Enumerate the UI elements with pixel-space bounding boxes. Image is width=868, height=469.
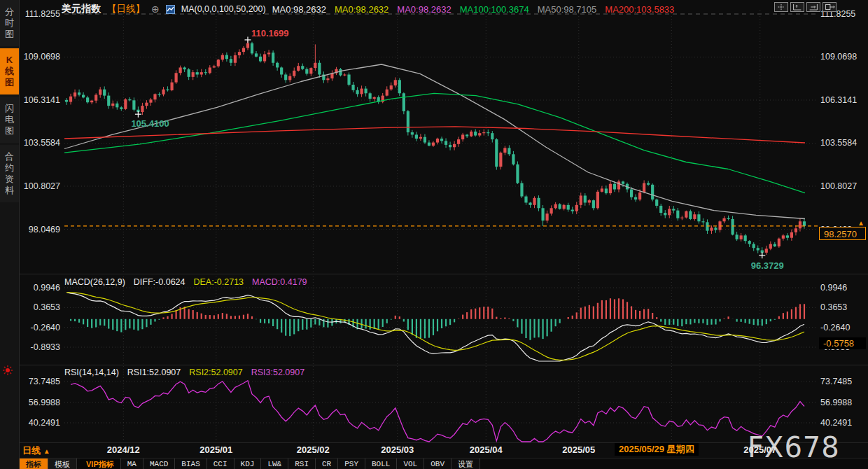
y-axis-label: 111.8255 bbox=[18, 9, 60, 19]
ma-legend-icon[interactable] bbox=[166, 5, 175, 14]
add-indicator-icon[interactable]: ⊕ bbox=[151, 4, 160, 15]
toolbar-button[interactable]: KDJ bbox=[234, 458, 262, 469]
x-tick-label: 2025/04 bbox=[461, 444, 511, 455]
toolbar-button[interactable]: 设置 bbox=[451, 458, 480, 469]
y-axis-label: -0.2640 bbox=[820, 323, 850, 332]
macd-panel-header: MACD(26,12,9) DIFF:-0.0624DEA:-0.2713MAC… bbox=[64, 277, 307, 287]
period-tag: 【日线】 bbox=[107, 3, 145, 15]
ma-value-label: MA0:98.2632 bbox=[335, 4, 388, 15]
chart-header: 美元指数 【日线】 ⊕ MA(0,0,0,100,50,200) MA0:98.… bbox=[62, 3, 674, 15]
toolbar-button[interactable]: BOLL bbox=[365, 458, 397, 469]
y-axis-label: 100.8027 bbox=[18, 181, 60, 191]
rsi-panel-header: RSI(14,14,14) RSI1:52.0907RSI2:52.0907RS… bbox=[64, 368, 304, 377]
chart-application: 分 时 图K 线 图闪 电 图合 约 资 料 美元指数 【日线】 ⊕ MA(0,… bbox=[0, 0, 868, 469]
y-axis-label: 40.2491 bbox=[820, 418, 852, 428]
y-axis-label: 106.3141 bbox=[18, 95, 60, 105]
ma-values: MA0:98.2632MA0:98.2632MA0:98.2632MA100:1… bbox=[272, 4, 675, 15]
ma-settings-label: MA(0,0,0,100,50,200) bbox=[181, 4, 266, 14]
y-axis-label: 98.0469 bbox=[18, 225, 60, 234]
ma-value-label: MA0:98.2632 bbox=[272, 4, 326, 15]
drag-mode-icon[interactable] bbox=[774, 2, 788, 12]
macd-value-label: DEA:-0.2713 bbox=[193, 277, 244, 287]
extreme-price-label: 105.4100 bbox=[131, 118, 169, 129]
indicator-toolbar: 指标模板VIP指标MAMACDBIASCCIKDJLW&RSICRPSYBOLL… bbox=[20, 458, 868, 469]
live-indicator-icon bbox=[2, 365, 13, 376]
x-tick-label: 2025/01 bbox=[191, 444, 241, 455]
y-axis-label: 73.7485 bbox=[820, 377, 852, 386]
y-axis-label: -0.2640 bbox=[18, 323, 60, 332]
toolbar-button[interactable]: OBV bbox=[424, 458, 451, 469]
toolbar-button[interactable]: CR bbox=[316, 458, 338, 469]
y-axis-label: 106.3141 bbox=[820, 95, 857, 105]
chart-toolbar-icons bbox=[774, 2, 836, 12]
y-axis-label: 0.3653 bbox=[820, 302, 847, 312]
dropdown-arrow-icon: ▲ bbox=[43, 447, 50, 455]
y-axis-label: -0.8933 bbox=[18, 342, 60, 352]
ma-value-label: MA200:103.5833 bbox=[605, 4, 674, 15]
toolbar-button[interactable]: VOL bbox=[397, 458, 424, 469]
y-axis-label: 100.8027 bbox=[820, 181, 857, 191]
ma-value-label: MA0:98.2632 bbox=[397, 4, 451, 15]
x-tick-label: 2025/03 bbox=[372, 444, 423, 455]
y-axis-label: 0.9946 bbox=[820, 283, 847, 293]
macd-current-value-badge: -0.5758 bbox=[819, 337, 866, 349]
toolbar-button[interactable]: PSY bbox=[338, 458, 365, 469]
rsi-value-label: RSI2:52.0907 bbox=[189, 368, 242, 377]
current-price-badge: 98.2570 bbox=[819, 227, 866, 240]
macd-value-label: MACD:0.4179 bbox=[252, 277, 307, 287]
rsi-value-label: RSI1:52.0907 bbox=[127, 368, 181, 377]
rsi-value-label: RSI3:52.0907 bbox=[251, 368, 304, 377]
toolbar-button[interactable]: VIP指标 bbox=[80, 458, 121, 469]
macd-title: MACD(26,12,9) bbox=[64, 277, 125, 287]
watermark: FX678 bbox=[748, 431, 840, 463]
extreme-price-label: 96.3729 bbox=[751, 260, 784, 271]
y-axis-label: 56.9988 bbox=[18, 398, 60, 407]
y-axis-label: 0.3653 bbox=[18, 302, 60, 312]
toolbar-button[interactable]: CCI bbox=[207, 458, 234, 469]
toolbar-button[interactable]: RSI bbox=[288, 458, 316, 469]
toolbar-button[interactable]: 指标 bbox=[20, 458, 48, 469]
toolbar-button[interactable]: LW& bbox=[261, 458, 288, 469]
y-axis-label: 56.9988 bbox=[820, 398, 852, 407]
price-up-arrow-icon: ▲ bbox=[858, 219, 864, 227]
y-axis-label: 40.2491 bbox=[18, 418, 60, 428]
toolbar-button[interactable]: MACD bbox=[144, 458, 175, 469]
shift-right-icon[interactable] bbox=[806, 2, 820, 12]
y-axis-label: 109.0698 bbox=[820, 52, 857, 62]
y-axis-label: 103.5584 bbox=[18, 138, 60, 148]
x-tick-label: 2024/12 bbox=[98, 444, 148, 455]
period-selector[interactable]: 日线 ▲ bbox=[22, 444, 50, 457]
y-axis-label: 109.0698 bbox=[18, 52, 60, 62]
ma-value-label: MA100:100.3674 bbox=[460, 4, 529, 15]
x-tick-label: 2025/02 bbox=[288, 444, 338, 455]
chart-canvas[interactable] bbox=[0, 0, 868, 469]
y-axis-label: 0.9946 bbox=[18, 283, 60, 293]
instrument-title: 美元指数 bbox=[62, 3, 101, 15]
toolbar-button[interactable]: BIAS bbox=[175, 458, 206, 469]
shift-left-icon[interactable] bbox=[790, 2, 804, 12]
toolbar-button[interactable]: MA bbox=[121, 458, 144, 469]
ma-value-label: MA50:98.7105 bbox=[538, 4, 597, 15]
rsi-title: RSI(14,14,14) bbox=[64, 368, 119, 377]
y-axis-label: 73.7485 bbox=[18, 377, 60, 386]
extreme-price-label: 110.1699 bbox=[251, 28, 289, 38]
x-tick-label: 2025/05 bbox=[554, 444, 604, 455]
exit-right-icon[interactable] bbox=[822, 2, 836, 12]
macd-value-label: DIFF:-0.0624 bbox=[134, 277, 186, 287]
toolbar-button[interactable]: 模板 bbox=[48, 458, 77, 469]
y-axis-label: 103.5584 bbox=[820, 138, 857, 148]
crosshair-date-label: 2025/05/29 星期四 bbox=[615, 443, 699, 456]
